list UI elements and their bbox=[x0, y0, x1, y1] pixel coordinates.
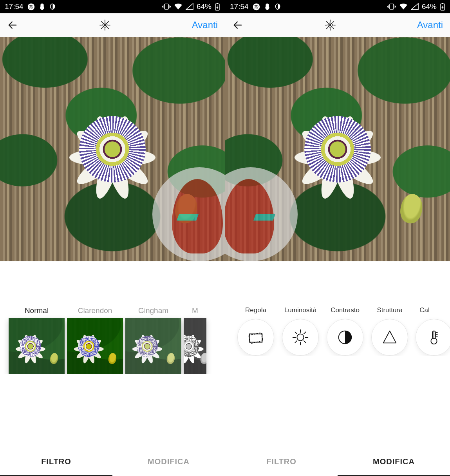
bottom-tabs: FILTRO MODIFICA bbox=[225, 449, 450, 476]
edit-label: Contrasto bbox=[326, 306, 364, 319]
next-button[interactable]: Avanti bbox=[192, 20, 218, 31]
edit-item-calore[interactable]: Cal bbox=[416, 306, 434, 356]
filter-thumb bbox=[9, 318, 65, 374]
battery-icon bbox=[215, 3, 220, 11]
phone-screen-edit: 17:54 bbox=[225, 0, 450, 476]
svg-line-38 bbox=[304, 332, 306, 334]
next-button[interactable]: Avanti bbox=[417, 20, 443, 31]
edit-item-regola[interactable]: Regola bbox=[237, 306, 275, 356]
adjust-icon bbox=[237, 319, 274, 356]
back-button[interactable] bbox=[7, 20, 18, 31]
wifi-icon bbox=[174, 3, 183, 10]
tab-modifica[interactable]: MODIFICA bbox=[338, 449, 450, 476]
filter-label: M bbox=[184, 306, 206, 318]
filter-label: Clarendon bbox=[67, 306, 123, 318]
spotify-icon bbox=[253, 3, 260, 11]
signal-icon bbox=[186, 3, 193, 10]
edit-label: Struttura bbox=[371, 306, 408, 319]
svg-line-37 bbox=[295, 341, 297, 343]
editor-toolbar: Avanti bbox=[0, 13, 225, 37]
warmth-icon bbox=[416, 319, 450, 356]
app-icon-1 bbox=[39, 3, 45, 11]
contrast-icon bbox=[327, 319, 363, 356]
battery-icon bbox=[440, 3, 445, 11]
filter-item-more[interactable]: M bbox=[184, 306, 206, 374]
status-bar: 17:54 bbox=[225, 0, 450, 13]
filter-item-clarendon[interactable]: Clarendon bbox=[67, 306, 123, 374]
filter-thumb bbox=[184, 318, 206, 374]
lux-icon[interactable] bbox=[324, 19, 336, 31]
wifi-icon bbox=[399, 3, 408, 10]
filter-thumb bbox=[67, 318, 123, 374]
brightness-icon bbox=[282, 319, 319, 356]
tab-filtro[interactable]: FILTRO bbox=[225, 449, 338, 476]
phone-screen-filter: 17:54 bbox=[0, 0, 225, 476]
filter-thumb bbox=[125, 318, 181, 374]
svg-line-27 bbox=[333, 22, 334, 23]
svg-line-35 bbox=[295, 332, 297, 334]
structure-icon bbox=[371, 319, 408, 356]
svg-rect-17 bbox=[442, 3, 443, 4]
vibrate-icon bbox=[387, 3, 396, 10]
status-time: 17:54 bbox=[230, 2, 249, 11]
edit-label: Cal bbox=[416, 306, 434, 319]
tab-filtro[interactable]: FILTRO bbox=[0, 449, 112, 476]
svg-point-19 bbox=[329, 24, 331, 26]
svg-rect-3 bbox=[217, 3, 218, 4]
svg-line-26 bbox=[327, 27, 328, 29]
app-icon-1 bbox=[264, 3, 271, 11]
filter-label: Gingham bbox=[125, 306, 181, 318]
filter-label: Normal bbox=[9, 306, 65, 318]
filter-item-gingham[interactable]: Gingham bbox=[125, 306, 181, 374]
edit-label: Luminosità bbox=[282, 306, 319, 319]
edit-item-luminosita[interactable]: Luminosità bbox=[282, 306, 319, 356]
status-bar: 17:54 bbox=[0, 0, 225, 13]
svg-line-10 bbox=[101, 22, 103, 23]
app-icon-2 bbox=[275, 3, 281, 11]
status-time: 17:54 bbox=[5, 2, 23, 11]
svg-point-5 bbox=[104, 24, 106, 26]
photo-preview[interactable] bbox=[225, 37, 450, 261]
svg-rect-1 bbox=[164, 4, 168, 9]
edit-item-struttura[interactable]: Struttura bbox=[371, 306, 408, 356]
svg-line-11 bbox=[107, 27, 108, 29]
svg-point-30 bbox=[297, 334, 304, 340]
edit-strip[interactable]: Regola Luminosità Contrasto bbox=[225, 306, 450, 356]
status-battery-text: 64% bbox=[197, 2, 211, 11]
svg-line-13 bbox=[107, 22, 108, 23]
signal-icon bbox=[411, 3, 419, 10]
filter-strip[interactable]: Normal Clarendon bbox=[0, 306, 225, 374]
tab-modifica[interactable]: MODIFICA bbox=[112, 449, 225, 476]
filter-item-normal[interactable]: Normal bbox=[9, 306, 65, 374]
svg-line-25 bbox=[333, 27, 334, 29]
bottom-tabs: FILTRO MODIFICA bbox=[0, 449, 225, 476]
back-button[interactable] bbox=[232, 20, 243, 31]
svg-rect-29 bbox=[249, 334, 262, 342]
photo-preview[interactable] bbox=[0, 37, 225, 261]
editor-toolbar: Avanti bbox=[225, 13, 450, 37]
status-battery-text: 64% bbox=[422, 2, 437, 11]
lux-icon[interactable] bbox=[99, 19, 111, 31]
svg-line-24 bbox=[327, 22, 328, 23]
app-icon-2 bbox=[49, 3, 56, 11]
edit-item-contrasto[interactable]: Contrasto bbox=[326, 306, 364, 356]
vibrate-icon bbox=[162, 3, 171, 10]
svg-rect-15 bbox=[390, 4, 394, 9]
edit-label: Regola bbox=[237, 306, 275, 319]
spotify-icon bbox=[27, 3, 35, 11]
svg-line-12 bbox=[101, 27, 103, 29]
svg-line-36 bbox=[304, 341, 306, 343]
